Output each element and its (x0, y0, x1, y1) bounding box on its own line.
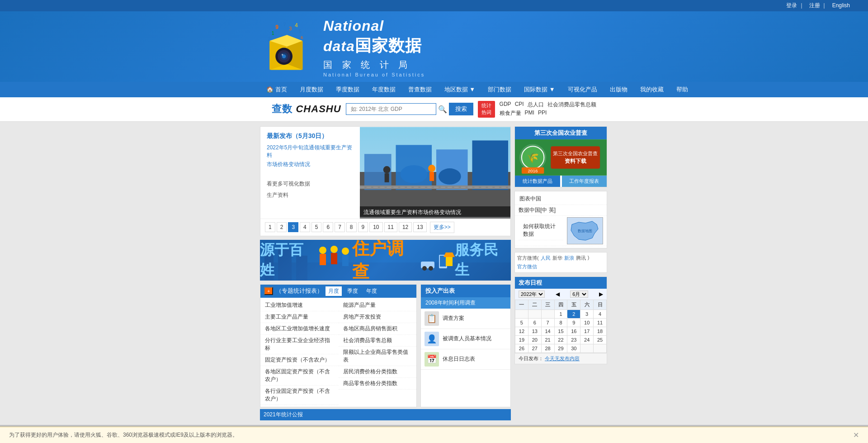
more-link[interactable]: 更多>> (430, 222, 454, 233)
stats-item-12[interactable]: 限额以上企业商品零售类值表 (339, 347, 417, 366)
sidebar-link-chart[interactable]: 图表中国 (515, 193, 607, 205)
cal-cell-18[interactable]: 18 (594, 327, 607, 335)
kw-population[interactable]: 总人口 (528, 101, 544, 109)
cal-cell-14[interactable]: 14 (541, 327, 554, 335)
page-6[interactable]: 6 (323, 222, 333, 232)
cal-cell-26[interactable]: 26 (515, 344, 528, 352)
cal-cell-5[interactable]: 5 (515, 318, 528, 327)
io-item-2[interactable]: 👤 被调查人员基本情况 (421, 329, 510, 349)
stats-item-11[interactable]: 社会消费品零售总额 (339, 335, 417, 347)
stats-item-14[interactable]: 商品零售价格分类指数 (339, 378, 417, 390)
nav-intl[interactable]: 国际数据 ▼ (518, 82, 561, 97)
english-link[interactable]: English (832, 2, 850, 9)
cal-cell-6[interactable]: 6 (528, 318, 541, 327)
stats-plus-btn[interactable]: + (264, 287, 273, 295)
cal-arrow-right[interactable]: ▶ (599, 291, 603, 297)
page-3[interactable]: 3 (288, 222, 298, 232)
nav-quarterly[interactable]: 季度数据 (330, 82, 366, 97)
nav-home[interactable]: 🏠 首页 (260, 82, 293, 97)
search-button[interactable]: 搜索 (449, 103, 473, 115)
kw-pmi[interactable]: PMI (525, 110, 534, 117)
year-select[interactable]: 2022年 (519, 291, 545, 298)
nav-dept[interactable]: 部门数据 (481, 82, 518, 97)
stats-item-8[interactable]: 能源产品产量 (339, 300, 417, 311)
cal-cell-9[interactable]: 9 (567, 318, 580, 327)
stats-item-5[interactable]: 固定资产投资（不含农户） (260, 354, 339, 366)
cal-cell-21[interactable]: 21 (541, 335, 554, 344)
nav-pub[interactable]: 出版物 (604, 82, 634, 97)
nav-census[interactable]: 普查数据 (402, 82, 438, 97)
stats-tab-monthly[interactable]: 月度 (326, 286, 342, 296)
cal-cell-13[interactable]: 13 (528, 327, 541, 335)
cal-cell-4[interactable]: 4 (594, 310, 607, 318)
page-8[interactable]: 8 (346, 222, 357, 232)
product-btn-2[interactable]: 工作年度报表 (562, 176, 607, 187)
io-item-1[interactable]: 📋 调查方案 (421, 309, 510, 329)
stats-item-6[interactable]: 各地区固定资产投资（不含农户） (260, 366, 339, 386)
cal-cell-23[interactable]: 23 (567, 335, 580, 344)
news-link-1[interactable]: 2022年5月中旬流通领域重要生产资料 (267, 144, 354, 159)
social-renmin[interactable]: 人民 (541, 255, 551, 262)
nav-fav[interactable]: 我的收藏 (634, 82, 670, 97)
kw-grain[interactable]: 粮食产量 (500, 110, 521, 117)
page-5[interactable]: 5 (311, 222, 322, 232)
cal-cell-22[interactable]: 22 (554, 335, 567, 344)
page-1[interactable]: 1 (265, 222, 275, 232)
cal-cell-3[interactable]: 3 (580, 310, 594, 318)
news-link-more2[interactable]: 生产资料 (267, 191, 354, 199)
nav-visual[interactable]: 可视化产品 (561, 82, 604, 97)
cal-cell-8[interactable]: 8 (554, 318, 567, 327)
page-13[interactable]: 13 (413, 222, 426, 232)
stats-item-3[interactable]: 各地区工业增加值增长速度 (260, 323, 339, 335)
kw-retail[interactable]: 社会消费品零售总额 (547, 101, 596, 109)
kw-ppi[interactable]: PPI (538, 110, 547, 117)
register-link[interactable]: 注册 (809, 2, 820, 9)
cal-cell-20[interactable]: 20 (528, 335, 541, 344)
news-link-2[interactable]: 市场价格变动情况 (267, 161, 354, 168)
page-10[interactable]: 10 (369, 222, 382, 232)
nav-monthly[interactable]: 月度数据 (293, 82, 330, 97)
page-2[interactable]: 2 (277, 222, 287, 232)
cal-cell-25[interactable]: 25 (594, 335, 607, 344)
page-9[interactable]: 9 (358, 222, 368, 232)
stats-item-2[interactable]: 主要工业产品产量 (260, 311, 339, 323)
page-11[interactable]: 11 (384, 222, 397, 232)
cal-cell-16[interactable]: 16 (567, 327, 580, 335)
cal-cell-2[interactable]: 2 (567, 310, 580, 318)
nav-help[interactable]: 帮助 (670, 82, 694, 97)
cal-cell-27[interactable]: 27 (528, 344, 541, 352)
stats-item-7[interactable]: 各行业固定资产投资（不含农户） (260, 386, 339, 405)
stats-tab-quarterly[interactable]: 季度 (344, 286, 361, 296)
cal-publish-link[interactable]: 今天无发布内容 (545, 356, 580, 361)
page-4[interactable]: 4 (300, 222, 310, 232)
social-weixin[interactable]: 官方微信 (517, 263, 537, 270)
nav-regional[interactable]: 地区数据 ▼ (438, 82, 481, 97)
stats-item-13[interactable]: 居民消费价格分类指数 (339, 366, 417, 378)
stats-item-10[interactable]: 各地区商品房销售面积 (339, 323, 417, 335)
kw-cpi[interactable]: CPI (515, 101, 524, 109)
cal-cell-29[interactable]: 29 (554, 344, 567, 352)
kw-gdp[interactable]: GDP (500, 101, 511, 109)
product-btn-1[interactable]: 统计数据产品 (515, 176, 560, 187)
cal-cell-11[interactable]: 11 (594, 318, 607, 327)
month-select[interactable]: 6月 (570, 291, 588, 298)
stats-item-9[interactable]: 房地产开发投资 (339, 311, 417, 323)
search-input[interactable] (346, 103, 436, 115)
cal-cell-1[interactable]: 1 (554, 310, 567, 318)
cal-cell-19[interactable]: 19 (515, 335, 528, 344)
page-12[interactable]: 12 (399, 222, 412, 232)
cal-cell-24[interactable]: 24 (580, 335, 594, 344)
cal-cell-7[interactable]: 7 (541, 318, 554, 327)
cal-arrow-left[interactable]: ◀ (556, 291, 560, 297)
io-item-3[interactable]: 📅 休息日日志表 (421, 349, 510, 370)
cal-cell-12[interactable]: 12 (515, 327, 528, 335)
news-link-more1[interactable]: 看更多可视化数据 (267, 180, 354, 188)
stats-item-1[interactable]: 工业增加值增速 (260, 300, 339, 311)
page-7[interactable]: 7 (335, 222, 345, 232)
sidebar-link-data-zh[interactable]: 数据中国[中 英] (519, 206, 603, 214)
stats-item-4[interactable]: 分行业主要工业企业经济指标 (260, 335, 339, 354)
cal-cell-28[interactable]: 28 (541, 344, 554, 352)
cal-cell-17[interactable]: 17 (580, 327, 594, 335)
cal-cell-30[interactable]: 30 (567, 344, 580, 352)
login-link[interactable]: 登录 (786, 2, 797, 9)
